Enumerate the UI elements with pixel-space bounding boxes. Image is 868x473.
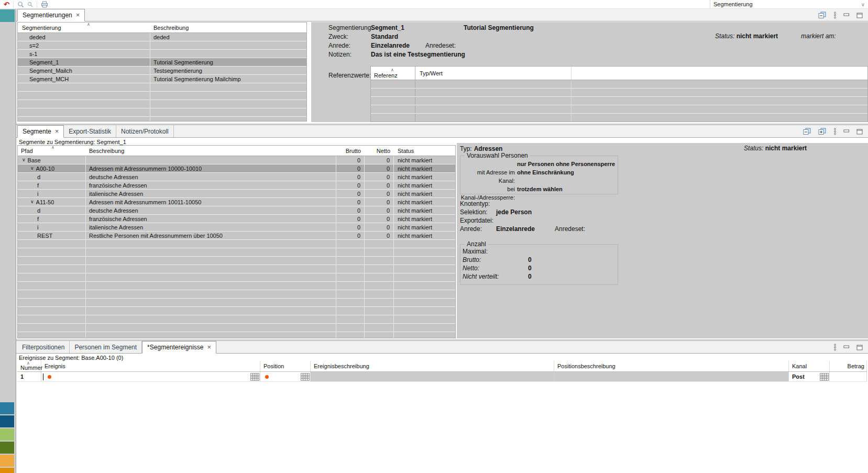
column-header-ereignis[interactable]: Ereignis <box>41 361 260 371</box>
column-header-position[interactable]: Position <box>260 361 311 371</box>
table-row[interactable]: s=2 <box>18 41 306 50</box>
column-header-referenz[interactable]: ∧ Referenz <box>371 67 415 80</box>
tab-segmentierungen[interactable]: Segmentierungen × <box>17 9 85 21</box>
tab-segmentereignisse[interactable]: *Segmentereignisse × <box>142 341 216 354</box>
module-swatch[interactable] <box>0 455 14 467</box>
tree-row[interactable] <box>18 332 455 338</box>
active-module-swatch[interactable] <box>0 9 15 22</box>
tree-row[interactable]: d deutsche Adressen 0 0 nicht markiert <box>18 173 455 181</box>
module-swatch[interactable] <box>0 402 14 414</box>
zoom-in-icon[interactable] <box>16 1 26 8</box>
tree-row[interactable] <box>18 315 455 324</box>
maximize-icon[interactable] <box>856 13 863 18</box>
tree-row[interactable]: f französische Adressen 0 0 nicht markie… <box>18 181 455 190</box>
close-icon[interactable]: × <box>55 129 59 134</box>
kebab-menu-icon[interactable] <box>833 128 837 135</box>
close-icon[interactable]: × <box>207 345 212 350</box>
collapse-panes-icon[interactable] <box>803 128 811 135</box>
chevron-down-icon[interactable]: ∨ <box>861 2 865 7</box>
tree-row[interactable]: ∨A11-50 Adressen mit Adressnummern 10011… <box>18 198 455 206</box>
column-header-segmentierung[interactable]: ∧ Segmentierung <box>18 23 150 32</box>
table-row[interactable] <box>371 89 867 97</box>
table-row-selected[interactable]: Segment_1 Tutorial Segmentierung <box>18 58 306 67</box>
column-header-kanal[interactable]: Kanal <box>789 361 830 371</box>
collapse-panes-icon[interactable] <box>818 12 827 19</box>
table-row[interactable]: Segment_Mailch Testsegmentierung <box>18 67 306 75</box>
tree-row[interactable] <box>18 324 455 332</box>
tree-row[interactable] <box>18 282 455 290</box>
column-header-nummer[interactable]: ∧ Nummer <box>17 361 41 371</box>
maximize-icon[interactable] <box>856 345 863 350</box>
module-swatch[interactable] <box>0 428 14 441</box>
expand-caret-icon[interactable]: ∨ <box>22 158 26 162</box>
table-row[interactable] <box>18 92 306 100</box>
column-header-beschreibung[interactable]: Beschreibung <box>150 23 306 32</box>
zoom-out-icon[interactable] <box>26 1 35 8</box>
column-header-netto[interactable]: Netto <box>365 146 394 156</box>
table-row[interactable] <box>371 80 867 89</box>
tab-export-statistik[interactable]: Export-Statistik <box>64 125 116 137</box>
undo-icon[interactable]: ↶ <box>2 1 11 8</box>
tab-notizen-protokoll[interactable]: Notizen/Protokoll <box>116 125 174 137</box>
tree-row[interactable] <box>18 257 455 265</box>
ereignis-input[interactable] <box>41 372 260 381</box>
table-row[interactable] <box>18 117 306 122</box>
table-row[interactable]: Segment_MCH Tutorial Segmentierung Mailc… <box>18 75 306 83</box>
minimize-icon[interactable] <box>843 345 850 350</box>
close-icon[interactable]: × <box>76 13 80 18</box>
column-header-brutto[interactable]: Brutto <box>336 146 365 156</box>
tab-personen-im-segment[interactable]: Personen im Segment <box>70 341 142 353</box>
tree-row[interactable] <box>18 248 455 257</box>
kebab-menu-icon[interactable] <box>833 12 837 19</box>
table-row[interactable] <box>18 108 306 117</box>
tree-row[interactable]: REST Restliche Personen mit Adressnummer… <box>18 232 455 240</box>
tree-row[interactable]: d deutsche Adressen 0 0 nicht markiert <box>18 206 455 215</box>
expand-caret-icon[interactable]: ∨ <box>30 166 34 171</box>
cell-beschreibung: Adressen mit Adressnummern 10011-10050 <box>86 198 336 206</box>
perspective-dropdown[interactable]: Segmentierung ∨ <box>710 0 868 8</box>
tree-row[interactable] <box>18 273 455 282</box>
tree-row[interactable] <box>18 265 455 273</box>
table-row[interactable]: s-1 <box>18 50 306 58</box>
column-header-typ-wert[interactable]: Typ/Wert <box>415 67 572 80</box>
table-row[interactable] <box>371 114 867 122</box>
tree-row[interactable] <box>18 240 455 248</box>
tree-row[interactable]: i italienische Adressen 0 0 nicht markie… <box>18 223 455 232</box>
column-header-status[interactable]: Status <box>394 146 455 156</box>
column-header-betrag[interactable]: Betrag <box>830 361 867 371</box>
tree-row[interactable] <box>18 299 455 307</box>
column-header-beschreibung[interactable]: Beschreibung <box>86 146 336 156</box>
table-row[interactable] <box>371 105 867 114</box>
tree-row[interactable] <box>18 290 455 299</box>
table-row[interactable] <box>371 97 867 105</box>
grid-lookup-icon[interactable] <box>301 373 310 381</box>
tree-row[interactable]: ∨Base 0 0 nicht markiert <box>18 156 455 164</box>
tab-filterpositionen[interactable]: Filterpositionen <box>17 341 70 353</box>
module-swatch[interactable] <box>0 415 14 427</box>
module-swatch[interactable] <box>0 468 14 473</box>
kebab-menu-icon[interactable] <box>833 344 837 351</box>
tree-row[interactable] <box>18 307 455 315</box>
tree-row-selected[interactable]: ∨A00-10 Adressen mit Adressnummern 10000… <box>18 164 455 173</box>
tree-row[interactable]: i italienische Adressen 0 0 nicht markie… <box>18 190 455 198</box>
grid-lookup-icon[interactable] <box>250 373 259 381</box>
column-header-ereignisbeschreibung[interactable]: Ereignisbeschreibung <box>311 361 554 371</box>
expand-panes-icon[interactable] <box>818 128 827 135</box>
table-row[interactable] <box>18 100 306 108</box>
minimize-icon[interactable] <box>843 129 850 134</box>
module-swatch[interactable] <box>0 442 14 454</box>
grid-lookup-icon[interactable] <box>820 373 829 381</box>
minimize-icon[interactable] <box>843 13 850 18</box>
tab-segmente[interactable]: Segmente × <box>17 125 64 138</box>
table-header: ∧ Nummer Ereignis Position Ereignisbesch… <box>17 361 867 372</box>
expand-caret-icon[interactable]: ∨ <box>30 200 34 204</box>
table-row[interactable]: deded deded <box>18 33 306 41</box>
print-icon[interactable] <box>39 1 50 8</box>
maximize-icon[interactable] <box>856 129 863 135</box>
kanal-input[interactable]: Post <box>789 372 830 381</box>
tree-row[interactable]: f französische Adressen 0 0 nicht markie… <box>18 215 455 223</box>
column-header-positionsbeschreibung[interactable]: Positionsbeschreibung <box>554 361 789 371</box>
position-input[interactable] <box>260 372 311 381</box>
table-row[interactable] <box>18 83 306 92</box>
column-header-pfad[interactable]: ∧ Pfad <box>18 146 86 156</box>
